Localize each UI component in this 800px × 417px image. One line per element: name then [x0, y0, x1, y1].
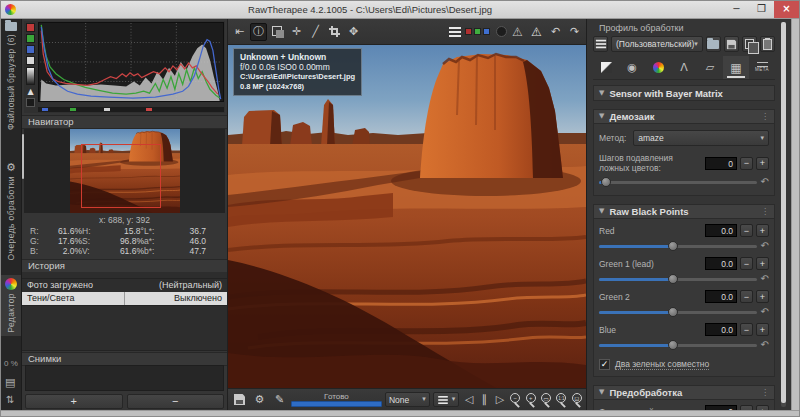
navigator-view-rect[interactable] — [81, 144, 161, 208]
raw-black-header[interactable]: ▼ Raw Black Points ⋮ — [594, 205, 774, 219]
whitebalance-picker-button[interactable]: ✛ — [288, 23, 305, 41]
snapshots-list[interactable] — [25, 365, 224, 391]
demosaic-method-select[interactable]: amaze ▾ — [633, 130, 769, 146]
green1-slider[interactable] — [599, 273, 757, 285]
decrement-button[interactable]: − — [740, 290, 753, 303]
close-button[interactable]: × — [774, 1, 799, 18]
decrement-button[interactable]: − — [740, 257, 753, 270]
zoom-in-button[interactable]: + — [525, 392, 537, 407]
highlight-clipping-icon[interactable]: ⚠ — [528, 23, 545, 41]
previous-image-button[interactable]: ◁ — [462, 391, 475, 409]
histogram-blue-toggle[interactable] — [26, 45, 35, 54]
tab-color[interactable] — [645, 56, 671, 79]
next-image-button[interactable]: ▷ — [493, 391, 506, 409]
straighten-button[interactable]: ╱ — [307, 23, 324, 41]
history-row[interactable]: Фото загружено (Нейтральный) — [22, 279, 227, 293]
remove-snapshot-button[interactable]: − — [127, 394, 225, 409]
tab-advanced[interactable]: Λ — [671, 56, 697, 79]
green1-value[interactable]: 0.0 — [705, 257, 737, 270]
preview-modes-button[interactable] — [446, 23, 463, 41]
increment-button[interactable]: + — [756, 290, 769, 303]
histogram-luma-toggle[interactable] — [26, 56, 35, 65]
preview-filter-select[interactable]: ▾ — [433, 392, 460, 407]
slider-handle[interactable] — [668, 241, 678, 251]
histogram-chroma-toggle[interactable] — [26, 67, 35, 85]
slider-handle[interactable] — [668, 274, 678, 284]
title-bar[interactable]: RawTherapee 4.2.1005 - C:\Users\Edi\Pict… — [1, 1, 799, 19]
tab-exposure[interactable] — [593, 56, 619, 79]
tab-metadata[interactable]: META — [749, 56, 775, 79]
red-slider[interactable] — [599, 240, 757, 252]
list-panel-icon[interactable]: ▤ — [5, 377, 15, 388]
slider-handle[interactable] — [668, 340, 678, 350]
pause-button[interactable]: ∥ — [478, 391, 490, 409]
increment-button[interactable]: + — [756, 157, 769, 170]
green2-value[interactable]: 0.0 — [705, 290, 737, 303]
history-row-selected[interactable]: Тени/Света Выключено — [22, 292, 227, 306]
false-color-slider[interactable] — [599, 176, 757, 188]
maximize-button[interactable]: ❐ — [749, 1, 774, 18]
histogram-green-toggle[interactable] — [26, 34, 35, 43]
preprocessing-header[interactable]: ▼ Предобработка ⋮ — [594, 386, 774, 400]
zoom-crop-button[interactable]: ⊡ — [571, 392, 583, 407]
redo-button[interactable]: ↷ — [566, 23, 583, 41]
decrement-button[interactable]: − — [740, 323, 753, 336]
channel-green-toggle[interactable] — [474, 28, 481, 35]
tab-raw[interactable]: ▦ — [723, 56, 749, 79]
zoom-fit-button[interactable]: ▭ — [540, 392, 552, 407]
reset-icon[interactable]: ↶ — [761, 241, 769, 251]
histogram-bar-toggle[interactable]: ▲ — [26, 87, 35, 96]
tab-file-browser[interactable]: Файловый браузер (6) — [1, 19, 21, 133]
demosaic-header[interactable]: ▼ Демозаик ⋮ — [594, 110, 774, 124]
copy-profile-button[interactable] — [742, 36, 757, 52]
save-profile-button[interactable] — [724, 36, 739, 52]
reset-icon[interactable]: ↶ — [761, 177, 769, 187]
send-to-editor-button[interactable]: ✎ — [271, 391, 288, 409]
increment-button[interactable]: + — [756, 257, 769, 270]
slider-handle[interactable] — [668, 307, 678, 317]
shadow-clipping-icon[interactable]: ⚠ — [509, 23, 526, 41]
red-value[interactable]: 0.0 — [705, 224, 737, 237]
reset-icon[interactable]: ↶ — [761, 340, 769, 350]
histogram-raw-toggle[interactable] — [26, 98, 35, 107]
profile-select[interactable]: (Пользовательский) ▾ — [611, 36, 703, 52]
link-greens-row[interactable]: ✓ Два зеленых совместно — [599, 359, 769, 370]
tab-transform[interactable]: ▱ — [697, 56, 723, 79]
tool-menu-icon[interactable]: ⋮ — [761, 208, 769, 216]
luminosity-preview-icon[interactable] — [496, 26, 507, 37]
blue-value[interactable]: 0.0 — [705, 323, 737, 336]
decrement-button[interactable]: − — [740, 157, 753, 170]
blue-slider[interactable] — [599, 339, 757, 351]
decrement-button[interactable]: − — [740, 224, 753, 237]
false-color-value[interactable]: 0 — [705, 157, 737, 170]
tab-queue[interactable]: ⚙ Очередь обработки — [1, 159, 21, 263]
sensor-header[interactable]: ▼ Sensor with Bayer Matrix — [593, 85, 775, 101]
channel-red-toggle[interactable] — [465, 28, 472, 35]
add-snapshot-button[interactable]: + — [25, 394, 123, 409]
info-button[interactable]: ⓘ — [250, 23, 267, 41]
tab-editor[interactable]: Редактор — [1, 275, 21, 336]
profile-quick-select[interactable]: None ▾ — [385, 392, 430, 407]
zoom-100-button[interactable]: 1:1 — [555, 392, 567, 407]
tool-menu-icon[interactable]: ⋮ — [761, 389, 769, 397]
image-preview[interactable]: Unknown + Unknown f/0.0 0.0s ISO0 0.00mm… — [228, 45, 586, 389]
save-image-button[interactable] — [231, 391, 248, 409]
green2-slider[interactable] — [599, 306, 757, 318]
increment-button[interactable]: + — [756, 323, 769, 336]
send-to-queue-button[interactable]: ⚙ — [251, 391, 268, 409]
zoom-out-button[interactable]: − — [509, 392, 521, 407]
slider-handle[interactable] — [601, 177, 611, 187]
tool-menu-icon[interactable]: ⋮ — [761, 113, 769, 121]
reset-icon[interactable]: ↶ — [761, 274, 769, 284]
load-profile-button[interactable] — [706, 36, 721, 52]
tab-detail[interactable]: ◉ — [619, 56, 645, 79]
histogram-red-toggle[interactable] — [26, 23, 35, 32]
channel-blue-toggle[interactable] — [483, 28, 490, 35]
right-panel-scrollbar[interactable] — [781, 22, 786, 407]
crop-button[interactable] — [326, 23, 343, 41]
increment-button[interactable]: + — [756, 224, 769, 237]
paste-profile-button[interactable] — [760, 36, 775, 52]
before-after-button[interactable] — [269, 23, 286, 41]
reset-icon[interactable]: ↶ — [761, 307, 769, 317]
minimize-button[interactable]: − — [724, 1, 749, 18]
